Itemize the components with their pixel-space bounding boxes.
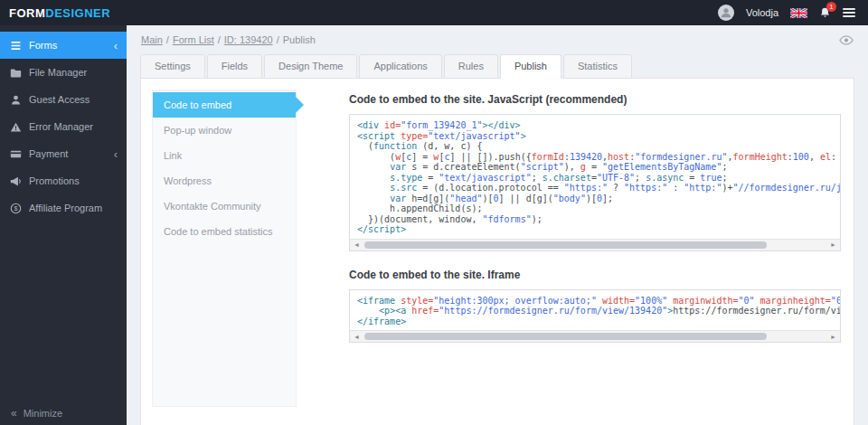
- js-embed-code-box[interactable]: <div id="form_139420_1"></div><script ty…: [349, 114, 841, 251]
- tab-applications[interactable]: Applications: [359, 54, 441, 79]
- scroll-thumb[interactable]: [364, 241, 767, 249]
- eye-icon: [839, 35, 854, 45]
- logo-secondary: DESIGNER: [45, 6, 110, 20]
- tab-settings[interactable]: Settings: [140, 54, 205, 79]
- sidebar-minimize-button[interactable]: « Minimize: [0, 401, 127, 425]
- sidebar-item-error-manager[interactable]: Error Manager: [0, 113, 127, 140]
- breadcrumb-main[interactable]: Main: [141, 34, 163, 45]
- breadcrumb: Main / Form List / ID: 139420 / Publish: [141, 34, 316, 45]
- subnav-vkontakte-community[interactable]: Vkontakte Community: [153, 194, 296, 219]
- tab-rules[interactable]: Rules: [444, 54, 498, 79]
- subnav-code-to-embed[interactable]: Code to embed: [153, 92, 296, 118]
- js-embed-heading: Code to embed to the site. JavaScript (r…: [349, 93, 841, 106]
- breadcrumb-form-id[interactable]: ID: 139420: [224, 34, 273, 45]
- sidebar-item-file-manager[interactable]: File Manager: [0, 59, 127, 86]
- scroll-track[interactable]: [363, 240, 826, 250]
- embed-content: Code to embed to the site. JavaScript (r…: [297, 90, 843, 414]
- affiliate-program-icon: $: [9, 203, 22, 214]
- scroll-track[interactable]: [363, 331, 826, 342]
- main-area: Main / Form List / ID: 139420 / Publish …: [127, 25, 868, 425]
- sidebar-item-forms[interactable]: Forms ‹: [0, 32, 127, 59]
- notification-badge: 1: [826, 2, 836, 12]
- scroll-left-arrow[interactable]: ◄: [350, 331, 363, 342]
- chevron-left-icon: ‹: [114, 148, 118, 160]
- iframe-code-scrollbar[interactable]: ◄ ►: [350, 330, 840, 342]
- error-manager-icon: [9, 121, 22, 133]
- topbar-actions: Volodja 1: [718, 5, 868, 21]
- iframe-embed-code-box[interactable]: <iframe style="height:300px; overflow:au…: [349, 289, 841, 344]
- user-icon: [720, 6, 732, 19]
- minimize-label: Minimize: [24, 408, 62, 419]
- tab-design-theme[interactable]: Design Theme: [264, 54, 357, 79]
- menu-icon[interactable]: [843, 8, 855, 17]
- subnav-code-to-embed-statistics[interactable]: Code to embed statistics: [153, 219, 296, 244]
- publish-panel: Code to embed Pop-up window Link Wordpre…: [140, 78, 854, 425]
- scroll-thumb[interactable]: [364, 333, 767, 340]
- tab-fields[interactable]: Fields: [207, 54, 262, 79]
- user-name[interactable]: Volodja: [746, 7, 778, 18]
- logo[interactable]: FORMDESIGNER: [0, 6, 127, 20]
- subnav-popup-window[interactable]: Pop-up window: [153, 118, 296, 143]
- tab-statistics[interactable]: Statistics: [563, 54, 632, 79]
- iframe-embed-heading: Code to embed to the site. Iframe: [349, 269, 841, 281]
- js-embed-code[interactable]: <div id="form_139420_1"></div><script ty…: [350, 115, 840, 239]
- topbar: FORMDESIGNER Volodja: [0, 0, 868, 25]
- tab-publish[interactable]: Publish: [500, 54, 561, 79]
- sidebar-item-guest-access[interactable]: Guest Access: [0, 86, 127, 113]
- sidebar: Forms ‹ File Manager Guest Access Error: [0, 25, 127, 425]
- breadcrumb-current: Publish: [283, 34, 316, 45]
- breadcrumb-row: Main / Form List / ID: 139420 / Publish: [127, 25, 868, 54]
- file-manager-icon: [9, 67, 22, 79]
- subnav-link[interactable]: Link: [153, 143, 296, 168]
- svg-text:$: $: [14, 204, 17, 212]
- app-window: FORMDESIGNER Volodja: [0, 0, 868, 425]
- iframe-embed-code[interactable]: <iframe style="height:300px; overflow:au…: [350, 290, 840, 331]
- breadcrumb-form-list[interactable]: Form List: [173, 34, 214, 45]
- scroll-right-arrow[interactable]: ►: [826, 240, 840, 250]
- guest-access-icon: [9, 94, 22, 106]
- chevron-left-icon: ‹: [114, 40, 118, 52]
- language-flag-icon[interactable]: [790, 8, 807, 18]
- notifications-button[interactable]: 1: [819, 6, 831, 19]
- preview-eye-button[interactable]: [839, 35, 854, 45]
- subnav-wordpress[interactable]: Wordpress: [153, 168, 296, 194]
- promotions-icon: [9, 175, 22, 187]
- form-tabs: Settings Fields Design Theme Application…: [127, 54, 868, 79]
- js-code-scrollbar[interactable]: ◄ ►: [350, 239, 840, 250]
- sidebar-item-affiliate-program[interactable]: $ Affiliate Program: [0, 194, 127, 222]
- forms-icon: [9, 40, 22, 52]
- sidebar-item-promotions[interactable]: Promotions: [0, 167, 127, 194]
- avatar[interactable]: [718, 5, 734, 21]
- logo-primary: FORM: [9, 6, 45, 20]
- publish-subnav: Code to embed Pop-up window Link Wordpre…: [152, 90, 297, 407]
- payment-icon: [9, 148, 22, 160]
- minimize-icon: «: [11, 407, 17, 420]
- sidebar-item-payment[interactable]: Payment ‹: [0, 140, 127, 167]
- scroll-right-arrow[interactable]: ►: [826, 331, 840, 342]
- scroll-left-arrow[interactable]: ◄: [350, 240, 363, 250]
